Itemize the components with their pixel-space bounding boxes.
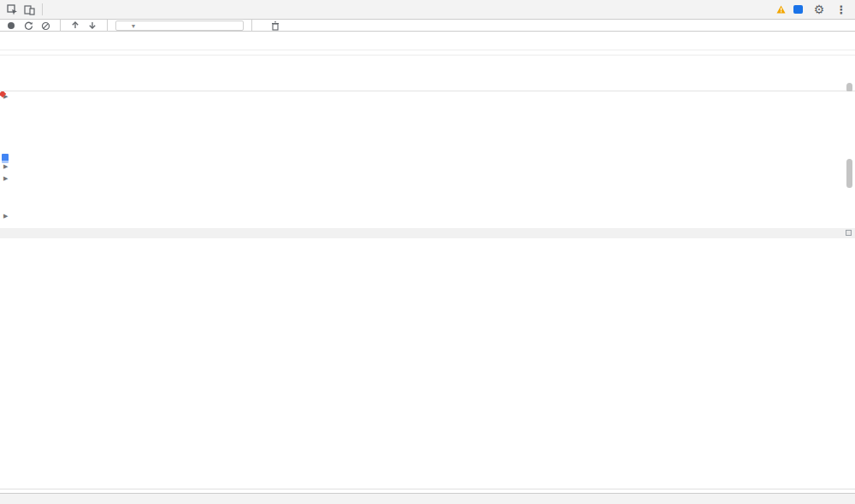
warnings-badge[interactable] [776,5,788,14]
devtools-tabbar: ⚙ ⋮ [0,0,855,20]
tracks-scrollbar-thumb[interactable] [846,159,852,188]
expand-arrow-icon[interactable]: ▶ [3,163,8,170]
kebab-menu-icon[interactable]: ⋮ [833,1,850,18]
cpu-overview-strip[interactable] [0,40,855,50]
timeline-tracks: ▶ ▶ ▶ ▶ [0,91,855,228]
details-ruler [0,81,855,91]
load-profile-icon[interactable] [68,21,82,31]
dropdown-arrow-icon: ▾ [132,22,135,30]
history-select[interactable]: ▾ [115,21,244,31]
divider [251,20,252,32]
expand-arrow-icon[interactable]: ▶ [3,175,8,182]
divider [60,20,61,32]
performance-toolbar: ▾ [0,21,855,32]
divider [42,3,43,15]
warning-icon [776,5,786,14]
expand-arrow-icon[interactable]: ▶ [3,213,8,220]
status-bar [0,493,855,504]
clear-icon[interactable] [38,21,52,31]
legend-corner-icon[interactable] [846,230,852,236]
inspect-icon[interactable] [3,1,21,18]
device-toolbar-icon[interactable] [21,1,38,18]
divider [107,20,108,32]
record-icon[interactable] [4,21,18,31]
save-profile-icon[interactable] [86,21,99,31]
reload-icon[interactable] [21,21,35,31]
trash-icon[interactable] [268,21,282,31]
gear-icon[interactable]: ⚙ [811,1,828,18]
heap-overview-strip[interactable] [0,72,855,81]
memory-chart [0,238,855,488]
devtools-window: ⚙ ⋮ ▾ [0,0,855,504]
overview-ruler[interactable] [0,32,855,40]
filmstrip[interactable] [0,56,855,72]
message-badge-icon [793,5,803,14]
memory-legend [0,228,855,238]
tabbar-right-controls: ⚙ ⋮ [776,1,852,18]
splitter [0,489,855,489]
messages-badge[interactable] [793,5,805,14]
screenshot-loading-icon [2,154,9,163]
